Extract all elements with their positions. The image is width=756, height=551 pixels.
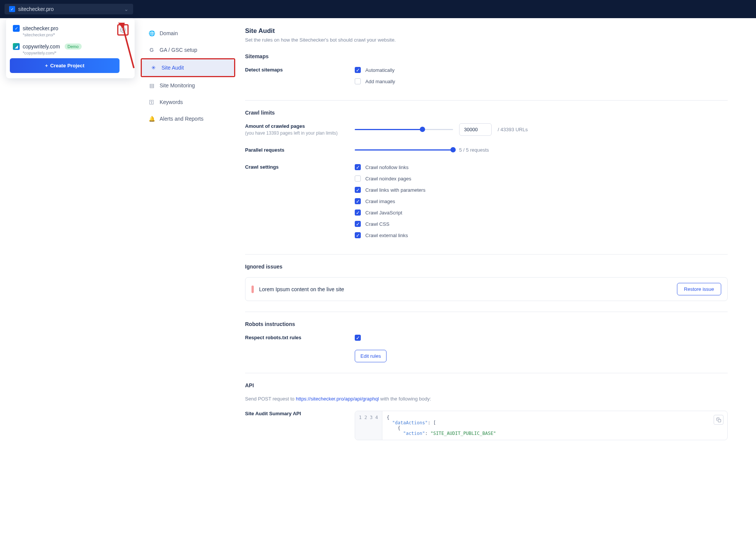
bug-icon: ✳: [150, 65, 157, 71]
option-label: Add manually: [365, 79, 395, 84]
checkbox[interactable]: ✓: [355, 198, 361, 204]
section-ignored-issues: Ignored issues Lorem Ipsum content on th…: [245, 264, 728, 312]
severity-pill-icon: [251, 286, 254, 293]
site-selector-dropdown[interactable]: ✓ sitechecker.pro ⌄: [5, 4, 133, 14]
ignored-issue-row: Lorem Ipsum content on the live site Res…: [245, 277, 728, 301]
checkbox[interactable]: ✓: [355, 221, 361, 227]
checkbox[interactable]: ✓: [355, 67, 361, 73]
amount-input[interactable]: [459, 123, 492, 136]
project-sub: *sitechecker.pro/*: [10, 33, 131, 37]
section-api: API Send POST request to https://siteche…: [245, 382, 728, 440]
robots-heading: Robots instructions: [245, 321, 728, 327]
sidebar: 🌐 Domain G GA / GSC setup ✳ Site Audit ▤…: [140, 18, 236, 455]
checkbox[interactable]: ✓: [355, 232, 361, 238]
gear-icon[interactable]: [117, 24, 129, 36]
svg-point-0: [122, 29, 124, 31]
page-subtitle: Set the rules on how the Sitechecker's b…: [245, 37, 728, 43]
nav-label: Alerts and Reports: [160, 116, 203, 122]
api-summary-label: Site Audit Summary API: [245, 411, 355, 416]
option-label: Crawl nofollow links: [365, 165, 408, 170]
nav-label: Site Monitoring: [160, 82, 195, 88]
option-label: Crawl links with parameters: [365, 187, 425, 193]
crawl-limits-heading: Crawl limits: [245, 110, 728, 116]
option-label: Automatically: [365, 67, 394, 73]
option-label: Crawl noindex pages: [365, 176, 411, 182]
sidebar-item-site-monitoring[interactable]: ▤ Site Monitoring: [140, 77, 236, 94]
page-title: Site Audit: [245, 27, 728, 35]
option-label: Crawl CSS: [365, 221, 390, 227]
current-site-name: sitechecker.pro: [18, 6, 54, 12]
parallel-label: Parallel requests: [245, 147, 355, 153]
amount-slider[interactable]: [355, 129, 453, 130]
main-content: Site Audit Set the rules on how the Site…: [236, 18, 743, 455]
nav-label: Site Audit: [161, 65, 184, 71]
project-name: copywritely.com: [23, 43, 60, 50]
globe-icon: 🌐: [148, 30, 155, 36]
chart-icon: ▤: [148, 82, 155, 88]
create-label: Create Project: [50, 63, 84, 68]
parallel-slider[interactable]: [355, 149, 453, 151]
sidebar-item-ga-gsc[interactable]: G GA / GSC setup: [140, 42, 236, 58]
nav-label: Domain: [160, 30, 178, 36]
check-icon: ✓: [13, 25, 20, 32]
api-endpoint-link[interactable]: https://sitechecker.pro/app/api/graphql: [296, 396, 379, 402]
project-item-sitechecker[interactable]: ✓ sitechecker.pro: [10, 22, 131, 33]
bell-icon: 🔔: [148, 116, 155, 122]
section-robots: Robots instructions Respect robots.txt r…: [245, 321, 728, 373]
section-sitemaps: Sitemaps Detect sitemaps ✓AutomaticallyA…: [245, 53, 728, 101]
amount-hint: (you have 13393 pages left in your plan …: [245, 130, 355, 136]
sidebar-item-domain[interactable]: 🌐 Domain: [140, 25, 236, 42]
crawl-settings-label: Crawl settings: [245, 164, 355, 170]
demo-badge: Demo: [65, 43, 82, 50]
sitemaps-heading: Sitemaps: [245, 53, 728, 59]
option-label: Crawl JavaScript: [365, 210, 402, 216]
google-icon: G: [148, 47, 155, 53]
api-description: Send POST request to https://sitechecker…: [245, 396, 728, 402]
api-heading: API: [245, 382, 728, 388]
code-body: { "dataActions": [ { "action": "SITE_AUD…: [382, 411, 501, 440]
detect-sitemaps-label: Detect sitemaps: [245, 67, 355, 73]
amount-label: Amount of crawled pages: [245, 123, 305, 129]
chevron-down-icon: ⌄: [124, 6, 129, 12]
code-gutter: 1 2 3 4: [355, 411, 382, 440]
project-sub: *copywritely.com/*: [10, 51, 131, 55]
create-project-button[interactable]: + Create Project: [10, 58, 120, 73]
ignored-heading: Ignored issues: [245, 264, 728, 270]
amount-suffix: / 43393 URLs: [498, 127, 528, 132]
restore-issue-button[interactable]: Restore issue: [677, 283, 721, 295]
sidebar-item-site-audit[interactable]: ✳ Site Audit: [142, 59, 234, 76]
svg-rect-1: [718, 419, 720, 422]
projects-dropdown: ✓ sitechecker.pro *sitechecker.pro/* ◢ c…: [6, 18, 135, 78]
checkbox[interactable]: ✓: [355, 187, 361, 193]
project-name: sitechecker.pro: [23, 25, 58, 31]
option-label: Crawl images: [365, 199, 395, 204]
nav-label: Keywords: [160, 99, 183, 105]
plus-icon: +: [45, 63, 48, 68]
parallel-text: 5 / 5 requests: [459, 147, 489, 153]
key-icon: ⚿: [148, 99, 155, 105]
section-crawl-limits: Crawl limits Amount of crawled pages (yo…: [245, 110, 728, 255]
nav-label: GA / GSC setup: [160, 47, 197, 53]
respect-robots-checkbox[interactable]: ✓: [355, 335, 361, 341]
sidebar-item-keywords[interactable]: ⚿ Keywords: [140, 94, 236, 110]
checkbox[interactable]: [355, 175, 361, 182]
checkbox[interactable]: [355, 78, 361, 84]
copy-icon[interactable]: [714, 415, 723, 425]
code-block: 1 2 3 4 { "dataActions": [ { "action": "…: [355, 411, 728, 440]
issue-text: Lorem Ipsum content on the live site: [259, 286, 344, 292]
respect-robots-label: Respect robots.txt rules: [245, 335, 355, 340]
sidebar-item-alerts-reports[interactable]: 🔔 Alerts and Reports: [140, 110, 236, 127]
project-item-copywritely[interactable]: ◢ copywritely.com Demo: [10, 40, 131, 51]
edit-rules-button[interactable]: Edit rules: [355, 350, 387, 362]
checkbox[interactable]: ✓: [355, 164, 361, 170]
logo-icon: ◢: [13, 43, 20, 50]
check-icon: ✓: [9, 6, 15, 12]
checkbox[interactable]: ✓: [355, 210, 361, 216]
option-label: Crawl external links: [365, 233, 408, 238]
